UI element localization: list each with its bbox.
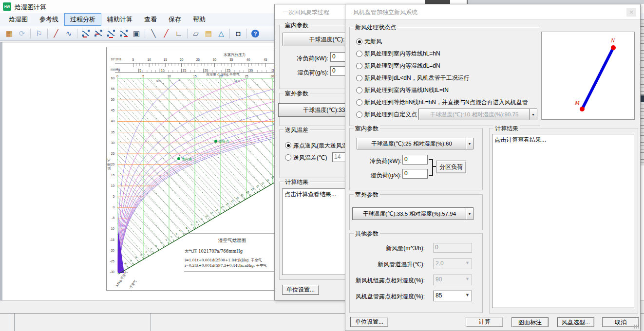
- refresh-icon[interactable]: ⟳: [16, 28, 28, 39]
- cool-load-label-back: 冷负荷(kW):: [289, 55, 328, 63]
- cool-load-label: 冷负荷(kW):: [363, 157, 401, 166]
- zone-load-button[interactable]: 分区负荷: [436, 161, 466, 173]
- fresh-air-radio-4[interactable]: [356, 75, 362, 81]
- chevron-down-icon: ▼: [465, 293, 470, 297]
- dialog-fcu-fresh-air: 风机盘管加独立新风系统 ✕ 新风处理状态点 无新风新风处理到室内等焓线hL=hN…: [345, 4, 641, 331]
- svg-text:15: 15: [164, 58, 168, 61]
- svg-text:-25: -25: [110, 259, 115, 263]
- toolbar-separator: [229, 29, 230, 38]
- calculate-button[interactable]: 计算: [466, 317, 503, 327]
- process-line-3-icon[interactable]: [105, 28, 117, 39]
- outdoor-state-button[interactable]: 干球温度(℃):33.5 相对湿度(%):57.94: [352, 207, 467, 220]
- menu-item-3[interactable]: 过程分析: [64, 13, 101, 26]
- svg-text:40: 40: [111, 119, 115, 123]
- unit-settings-button-back[interactable]: 单位设置...: [282, 285, 319, 295]
- svg-text:25: 25: [111, 152, 115, 155]
- fresh-air-radio-5[interactable]: [356, 87, 362, 93]
- process-line-2-icon[interactable]: [93, 28, 104, 39]
- cool-load-input[interactable]: 0: [402, 155, 428, 165]
- process-preview-chart: [542, 32, 633, 118]
- svg-text:温度 ℃: 温度 ℃: [107, 158, 111, 170]
- axes-icon[interactable]: ∟: [173, 28, 185, 39]
- chevron-down-icon: ▼: [465, 276, 470, 281]
- palette-grid-icon[interactable]: ▦: [3, 28, 15, 39]
- polyline-icon[interactable]: ╲: [148, 28, 159, 39]
- fresh-air-radio-6[interactable]: [356, 99, 362, 106]
- svg-text:45: 45: [264, 58, 267, 61]
- svg-text:20: 20: [205, 69, 208, 72]
- screen: HW 焓湿图计算 焓湿图参考线过程分析辅助计算查看保存帮助 ▦⟳⚐╱∿▣╲╱∟▱…: [0, 0, 644, 331]
- svg-text:i=0.24t+0.001d(597.3+0.44t)kca: i=0.24t+0.001d(597.3+0.44t)kcal/kg. 干空气: [185, 263, 267, 268]
- help-icon[interactable]: ?: [249, 28, 261, 39]
- box-3d-icon[interactable]: ▱: [190, 28, 202, 39]
- resize-grip[interactable]: [634, 324, 639, 329]
- svg-text:25: 25: [227, 69, 230, 72]
- svg-text:15: 15: [111, 173, 115, 177]
- background-window-strip: [468, 0, 644, 4]
- toolbar-separator: [246, 29, 247, 38]
- line-icon[interactable]: ╱: [50, 28, 62, 39]
- annotate-button[interactable]: 图面标注: [511, 317, 549, 327]
- ahu-dewpoint-rh-combo[interactable]: 90▼: [433, 275, 472, 285]
- menu-item-4[interactable]: 辅助计算: [101, 13, 138, 26]
- state-point-icon[interactable]: ▣: [131, 28, 142, 39]
- svg-text:15: 15: [193, 74, 197, 78]
- svg-text:20: 20: [111, 163, 115, 166]
- indoor-state-dropdown-icon[interactable]: ▼: [466, 138, 474, 149]
- custom-point-dropdown-icon[interactable]: ▼: [529, 109, 537, 120]
- svg-text:30: 30: [270, 74, 274, 78]
- close-icon[interactable]: ✕: [626, 8, 636, 17]
- svg-text:15: 15: [183, 69, 187, 72]
- fcu-selection-button[interactable]: 风盘选型...: [557, 317, 594, 327]
- process-line-4-icon[interactable]: [118, 28, 130, 39]
- svg-text:10^2Pa: 10^2Pa: [111, 57, 121, 61]
- duct-temp-rise-combo[interactable]: 2.0▼: [433, 258, 472, 269]
- app-icon: HW: [3, 2, 11, 11]
- panel-icon[interactable]: ▤: [203, 28, 214, 39]
- toolbar-separator: [187, 29, 188, 38]
- custom-point-state-button[interactable]: 干球温度(℃):10 相对湿度(%):90.75: [418, 109, 530, 120]
- chevron-down-icon: ▼: [465, 260, 470, 265]
- menu-item-1[interactable]: 焓湿图: [3, 13, 34, 26]
- menu-item-7[interactable]: 帮助: [187, 13, 211, 26]
- menu-item-6[interactable]: 保存: [163, 13, 187, 26]
- svg-text:-3: -3: [139, 253, 143, 257]
- fresh-air-volume-label: 新风量(m^3/h):: [349, 244, 425, 253]
- psychrometric-chart[interactable]: -6-5-4-3-2-10123456789101112131415161718…: [106, 47, 292, 291]
- ahu-dewpoint-rh-label: 新风机组露点相对湿度(%):: [349, 276, 425, 285]
- result-textarea[interactable]: 点击计算查看结果...: [492, 134, 634, 308]
- rh-curve-icon[interactable]: ∿: [63, 28, 75, 39]
- svg-text:11: 11: [209, 211, 214, 215]
- svg-text:-6: -6: [124, 262, 128, 266]
- menu-item-5[interactable]: 查看: [138, 13, 163, 26]
- menu-item-2[interactable]: 参考线: [34, 13, 64, 26]
- fcu-dewpoint-rh-value: 85: [436, 292, 442, 299]
- fresh-air-radio-label-3: 新风处理到室内等湿线dL=dN: [364, 62, 440, 70]
- red-line-icon[interactable]: ╱: [160, 28, 172, 39]
- fresh-air-radio-7[interactable]: [356, 111, 362, 118]
- svg-text:-5: -5: [112, 216, 114, 220]
- camera-icon[interactable]: ◘: [232, 28, 244, 39]
- point-m-dot: [580, 107, 585, 111]
- fresh-air-radio-3[interactable]: [356, 63, 362, 69]
- fresh-air-radio-2[interactable]: [356, 51, 362, 57]
- fcu-dewpoint-rh-combo[interactable]: 85▼: [433, 291, 472, 301]
- svg-text:大气压 102170Pa/766mmHg: 大气压 102170Pa/766mmHg: [185, 249, 243, 254]
- outdoor-state-dropdown-icon[interactable]: ▼: [466, 207, 474, 220]
- unit-settings-button[interactable]: 单位设置...: [350, 317, 388, 327]
- wet-load-input[interactable]: 0: [402, 169, 428, 179]
- fresh-air-volume-input[interactable]: 0: [433, 243, 472, 253]
- triangle-icon[interactable]: △: [215, 28, 227, 39]
- flag-icon[interactable]: ⚐: [33, 28, 45, 39]
- background-window-fragment: [425, 0, 450, 4]
- process-line-1-icon[interactable]: [80, 28, 92, 39]
- radio-dewpoint-supply[interactable]: [285, 142, 291, 148]
- svg-text:3: 3: [170, 235, 172, 238]
- fresh-air-radio-1[interactable]: [356, 38, 362, 45]
- fresh-air-radio-label-5: 新风处理到室内等温线tN线tL=tN: [364, 86, 449, 94]
- svg-text:10: 10: [111, 184, 115, 187]
- svg-text:19: 19: [250, 187, 255, 191]
- indoor-state-button[interactable]: 干球温度(℃):25 相对湿度(%):60: [357, 138, 467, 149]
- radio-supply-diff[interactable]: [285, 154, 291, 161]
- process-preview-panel: M N: [541, 32, 635, 120]
